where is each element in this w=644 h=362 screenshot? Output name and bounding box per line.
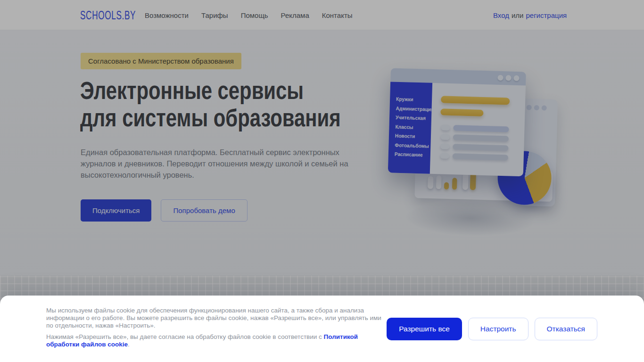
allow-all-cookies-button[interactable]: Разрешить все	[387, 318, 462, 340]
cookie-paragraph-2-suffix: .	[128, 341, 130, 348]
configure-cookies-button[interactable]: Настроить	[468, 318, 528, 340]
decline-cookies-button[interactable]: Отказаться	[535, 318, 597, 340]
cookie-banner: Мы используем файлы cookie для обеспечен…	[0, 296, 644, 362]
cookie-banner-text: Мы используем файлы cookie для обеспечен…	[46, 307, 386, 348]
cookie-paragraph-2: Нажимая «Разрешить все», вы даете соглас…	[46, 333, 386, 348]
cookie-button-row: Разрешить все Настроить Отказаться	[387, 296, 597, 362]
cookie-paragraph-1: Мы используем файлы cookie для обеспечен…	[46, 307, 386, 329]
cookie-paragraph-2-prefix: Нажимая «Разрешить все», вы даете соглас…	[46, 333, 324, 340]
